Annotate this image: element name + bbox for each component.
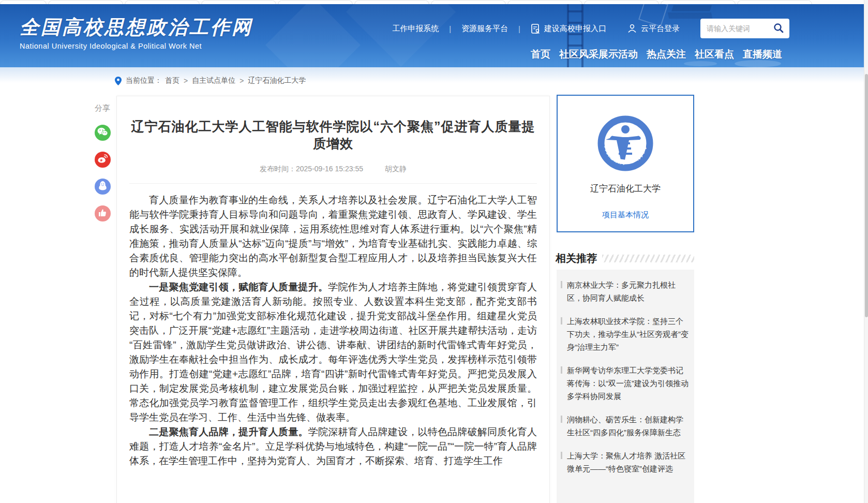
application-entry-icon: [531, 24, 541, 34]
search-box: [700, 19, 789, 38]
nav-item-live-channel[interactable]: 直播频道: [743, 48, 782, 61]
school-name[interactable]: 辽宁石油化工大学: [558, 183, 693, 195]
header-deco-shadow: [735, 60, 781, 67]
header-deco-books: [668, 12, 713, 19]
related-item: 润物耕心、砺苦乐生：创新建构学生社区“四多四化”服务保障新生态: [561, 413, 689, 439]
related-item: 南京林业大学：多元聚力扎根社区，协同育人赋能成长: [561, 278, 689, 304]
utility-link-label: 云平台登录: [641, 24, 680, 34]
user-icon: [627, 23, 637, 34]
qq-icon: [98, 181, 107, 193]
article-title: 辽宁石油化工大学人工智能与软件学院以“六个聚焦”促进育人质量提质增效: [129, 118, 537, 152]
project-basic-info-link[interactable]: 项目基本情况: [602, 210, 649, 220]
browser-tab: [737, 0, 812, 4]
utility-link-application-entry[interactable]: 建设高校申报入口: [531, 24, 606, 34]
weibo-icon: [97, 154, 108, 166]
browser-tab: [431, 0, 506, 4]
share-wechat-button[interactable]: [95, 125, 111, 141]
like-icon: [98, 208, 107, 219]
page: 全国高校思想政治工作网 National University Ideologi…: [0, 0, 868, 503]
utility-divider: |: [518, 24, 520, 33]
article-paragraph: 育人质量作为教育事业的生命线，关系人才培养以及社会发展。辽宁石油化工大学人工智能…: [129, 193, 537, 280]
article-paragraph: 二是聚焦育人品牌，提升育人质量。学院深耕育人品牌建设，以特色品牌破解同质化育人难…: [129, 425, 537, 468]
publish-time-label: 发布时间：: [260, 165, 296, 173]
header-deco-square: [265, 4, 361, 67]
related-header: 相关推荐: [556, 252, 694, 265]
utility-nav: 工作申报系统 | 资源服务平台 | 建设高校申报入口 云平台登录: [392, 19, 789, 38]
wechat-icon: [97, 127, 108, 139]
share-like-button[interactable]: [95, 205, 111, 221]
paragraph-text: 育人质量作为教育事业的生命线，关系人才培养以及社会发展。辽宁石油化工大学人工智能…: [129, 195, 537, 278]
breadcrumb-label: 当前位置：: [126, 76, 162, 85]
related-title-hatch-decoration: [602, 255, 694, 262]
search-input[interactable]: [707, 24, 772, 33]
article-meta: 发布时间：2025-09-16 15:23:55胡文静: [129, 165, 537, 184]
utility-link-resource-platform[interactable]: 资源服务平台: [461, 24, 508, 34]
browser-tab: [584, 0, 659, 4]
page-scrollbar[interactable]: [864, 0, 868, 503]
breadcrumb-separator: >: [184, 77, 188, 85]
related-link[interactable]: 上海农林职业技术学院：坚持三个下功夫，推动学生从“社区旁观者”变身“治理主力军”: [567, 317, 689, 351]
site-logo-title: 全国高校思想政治工作网: [20, 14, 253, 40]
item-marker: [561, 416, 562, 423]
breadcrumb-link-home[interactable]: 首页: [165, 76, 179, 85]
article-author: 胡文静: [385, 165, 407, 173]
main-nav: 首页 社区风采展示活动 热点关注 社区看点 直播频道: [531, 48, 782, 61]
nav-item-hot-topics[interactable]: 热点关注: [647, 48, 686, 61]
breadcrumb-link-pilot-units[interactable]: 自主试点单位: [192, 76, 235, 85]
related-item: 上海大学：聚焦人才培养 激活社区微单元——“特色寝室”创建评选: [561, 449, 689, 475]
school-card: 高校思政网——育人号 辽宁石油化工大学 项目基本情况: [557, 95, 694, 232]
breadcrumb: 当前位置： 首页 > 自主试点单位 > 辽宁石油化工大学: [115, 76, 306, 85]
related-item: 新华网专访华东理工大学党委书记蒋传海：以“双一流”建设为引领推动多学科协同发展: [561, 364, 689, 403]
article-paragraph: 一是聚焦党建引领，赋能育人质量提升。学院作为人才培养主阵地，将党建引领贯穿育人全…: [129, 280, 537, 425]
browser-tab: [278, 0, 353, 4]
related-title: 相关推荐: [556, 252, 597, 265]
item-marker: [561, 317, 562, 324]
utility-link-label: 资源服务平台: [461, 24, 508, 34]
paragraph-lead: 一是聚焦党建引领，赋能育人质量提升。: [149, 282, 328, 292]
related-link[interactable]: 润物耕心、砺苦乐生：创新建构学生社区“四多四化”服务保障新生态: [567, 415, 683, 437]
header-deco-books: [671, 5, 712, 11]
nav-item-home[interactable]: 首页: [531, 48, 550, 61]
paragraph-text: 学院作为人才培养主阵地，将党建引领贯穿育人全过程，以高质量党建激活育人新动能。按…: [129, 282, 537, 423]
publish-time-value: 2025-09-16 15:23:55: [296, 165, 363, 173]
article-card: 辽宁石油化工大学人工智能与软件学院以“六个聚焦”促进育人质量提质增效 发布时间：…: [116, 96, 550, 503]
item-marker: [561, 452, 562, 459]
browser-tab-strip: [0, 0, 868, 4]
paragraph-lead: 二是聚焦育人品牌，提升育人质量。: [149, 426, 308, 437]
utility-link-label: 建设高校申报入口: [544, 24, 606, 34]
browser-tab: [661, 0, 736, 4]
browser-tab: [354, 0, 429, 4]
site-logo-subtitle: National University Ideological & Politi…: [20, 42, 253, 50]
breadcrumb-link-current-school[interactable]: 辽宁石油化工大学: [248, 76, 306, 85]
related-link[interactable]: 上海大学：聚焦人才培养 激活社区微单元——“特色寝室”创建评选: [567, 451, 685, 473]
nav-item-community-highlights[interactable]: 社区看点: [695, 48, 734, 61]
utility-link-cloud-login[interactable]: 云平台登录: [627, 23, 680, 34]
share-column: 分享: [93, 103, 112, 232]
header-deco-shadow: [684, 61, 717, 66]
share-weibo-button[interactable]: [95, 152, 111, 168]
browser-tab: [125, 0, 200, 4]
browser-tab: [0, 0, 47, 4]
utility-divider: |: [449, 24, 451, 33]
browser-tab: [48, 0, 123, 4]
related-link[interactable]: 南京林业大学：多元聚力扎根社区，协同育人赋能成长: [567, 280, 676, 302]
share-label: 分享: [93, 103, 112, 113]
site-header: 全国高校思想政治工作网 National University Ideologi…: [0, 4, 868, 67]
scrollbar-thumb[interactable]: [865, 74, 868, 317]
browser-tab: [201, 0, 276, 4]
breadcrumb-separator: >: [240, 77, 244, 85]
utility-link-label: 工作申报系统: [392, 24, 439, 34]
browser-tab: [507, 0, 582, 4]
item-marker: [561, 366, 562, 374]
article-body: 育人质量作为教育事业的生命线，关系人才培养以及社会发展。辽宁石油化工大学人工智能…: [129, 193, 537, 468]
site-logo[interactable]: 全国高校思想政治工作网 National University Ideologi…: [20, 14, 253, 50]
nav-item-community-showcase[interactable]: 社区风采展示活动: [559, 48, 638, 61]
related-item: 上海农林职业技术学院：坚持三个下功夫，推动学生从“社区旁观者”变身“治理主力军”: [561, 315, 689, 353]
location-pin-icon: [115, 77, 122, 85]
item-marker: [561, 281, 562, 288]
related-link[interactable]: 新华网专访华东理工大学党委书记蒋传海：以“双一流”建设为引领推动多学科协同发展: [567, 366, 689, 401]
share-qq-button[interactable]: [95, 179, 111, 195]
utility-link-work-report-system[interactable]: 工作申报系统: [392, 24, 439, 34]
search-button[interactable]: [772, 21, 785, 36]
related-list: 南京林业大学：多元聚力扎根社区，协同育人赋能成长 上海农林职业技术学院：坚持三个…: [557, 270, 694, 503]
